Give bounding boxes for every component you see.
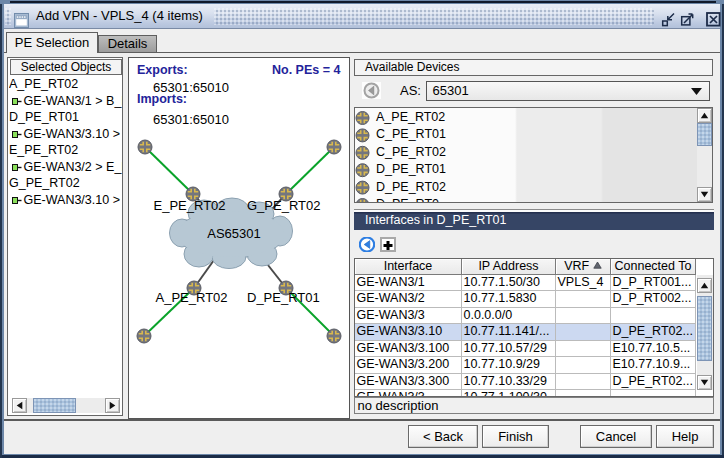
svg-text:AS65301: AS65301 xyxy=(207,226,261,241)
